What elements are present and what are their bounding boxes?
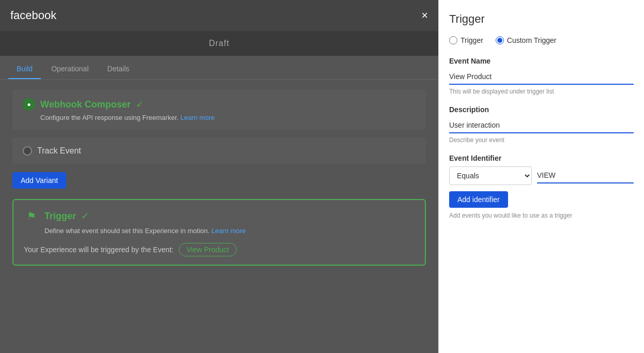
tab-operational[interactable]: Operational	[43, 59, 97, 79]
track-title: Track Event	[37, 146, 81, 156]
track-event-card: Track Event	[12, 138, 426, 164]
trigger-header: ⚑ Trigger ✓	[24, 208, 415, 224]
left-panel: facebook × Draft Build Operational Detai…	[0, 0, 438, 353]
tab-details[interactable]: Details	[99, 59, 138, 79]
description-input[interactable]	[449, 118, 634, 133]
event-identifier-label: Event Identifier	[449, 154, 634, 162]
app-title: facebook	[10, 9, 56, 22]
webhook-header: ● Webhook Composer ✓	[23, 98, 416, 111]
webhook-title: Webhook Composer	[40, 99, 131, 110]
webhook-icon: ●	[23, 98, 35, 111]
panel-title: Trigger	[449, 12, 634, 26]
top-bar: facebook ×	[0, 0, 438, 31]
identifier-hint: Add events you would like to use as a tr…	[449, 212, 634, 219]
custom-trigger-radio-option[interactable]: Custom Trigger	[496, 36, 557, 44]
trigger-checkmark: ✓	[81, 210, 89, 222]
trigger-radio-input[interactable]	[449, 36, 457, 44]
custom-trigger-radio-input[interactable]	[496, 36, 504, 44]
trigger-card: ⚑ Trigger ✓ Define what event should set…	[12, 199, 426, 266]
webhook-learn-more-link[interactable]: Learn more	[180, 114, 214, 121]
trigger-flag-icon: ⚑	[24, 208, 39, 224]
trigger-learn-more-link[interactable]: Learn more	[211, 227, 246, 235]
webhook-checkmark: ✓	[136, 99, 144, 110]
main-content: ● Webhook Composer ✓ Configure the API r…	[0, 80, 438, 353]
identifier-value-input[interactable]	[537, 168, 634, 183]
event-name-hint: This will be displayed under trigger lis…	[449, 88, 634, 95]
description-label: Description	[449, 105, 634, 114]
trigger-radio-option[interactable]: Trigger	[449, 36, 483, 44]
description-field-group: Description Describe your event	[449, 105, 634, 144]
custom-trigger-radio-label: Custom Trigger	[507, 36, 557, 44]
trigger-event-line: Your Experience will be triggered by the…	[24, 243, 415, 256]
right-panel: Trigger Trigger Custom Trigger Event Nam…	[438, 0, 644, 353]
trigger-type-radio-group: Trigger Custom Trigger	[449, 36, 634, 44]
track-header: Track Event	[23, 146, 416, 156]
track-dot-icon	[23, 146, 32, 156]
draft-bar: Draft	[0, 31, 438, 56]
trigger-event-text: Your Experience will be triggered by the…	[24, 245, 174, 254]
webhook-composer-card: ● Webhook Composer ✓ Configure the API r…	[12, 90, 426, 130]
description-hint: Describe your event	[449, 136, 634, 144]
add-variant-button[interactable]: Add Variant	[12, 172, 66, 189]
add-identifier-button[interactable]: Add identifier	[449, 191, 508, 208]
event-identifier-field-group: Event Identifier Equals Contains Starts …	[449, 154, 634, 219]
trigger-title: Trigger	[44, 211, 76, 222]
close-button[interactable]: ×	[421, 10, 428, 21]
trigger-desc: Define what event should set this Experi…	[44, 227, 415, 235]
webhook-desc: Configure the API response using Freemar…	[40, 114, 416, 121]
draft-label: Draft	[209, 39, 229, 48]
trigger-event-badge: View Product	[179, 243, 237, 256]
tabs-bar: Build Operational Details	[0, 56, 438, 80]
identifier-row: Equals Contains Starts with Ends with	[449, 166, 634, 185]
event-name-field-group: Event Name This will be displayed under …	[449, 57, 634, 95]
event-name-label: Event Name	[449, 57, 634, 65]
trigger-radio-label: Trigger	[461, 36, 483, 44]
event-name-input[interactable]	[449, 69, 634, 85]
identifier-select[interactable]: Equals Contains Starts with Ends with	[449, 166, 532, 185]
tab-build[interactable]: Build	[8, 59, 41, 79]
